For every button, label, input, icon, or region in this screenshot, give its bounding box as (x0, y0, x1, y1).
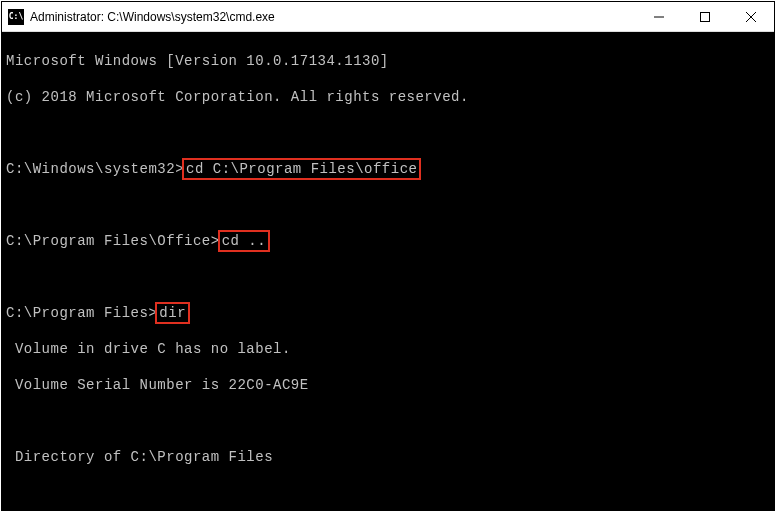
output-line: Directory of C:\Program Files (6, 448, 770, 466)
blank-line (6, 196, 770, 214)
prompt-text: C:\Program Files\Office> (6, 233, 220, 249)
close-icon (746, 12, 756, 22)
prompt-line: C:\Program Files\Office>cd .. (6, 232, 770, 250)
svg-rect-1 (701, 12, 710, 21)
highlighted-command: cd .. (218, 230, 271, 252)
prompt-line: C:\Program Files>dir (6, 304, 770, 322)
window-title: Administrator: C:\Windows\system32\cmd.e… (30, 10, 636, 24)
highlighted-command: dir (155, 302, 190, 324)
prompt-text: C:\Windows\system32> (6, 161, 184, 177)
header-line: Microsoft Windows [Version 10.0.17134.11… (6, 52, 770, 70)
terminal-output[interactable]: Microsoft Windows [Version 10.0.17134.11… (2, 32, 774, 510)
minimize-icon (654, 12, 664, 22)
close-button[interactable] (728, 2, 774, 31)
prompt-text: C:\Program Files> (6, 305, 157, 321)
maximize-button[interactable] (682, 2, 728, 31)
output-line: Volume Serial Number is 22C0-AC9E (6, 376, 770, 394)
titlebar[interactable]: C:\ Administrator: C:\Windows\system32\c… (2, 2, 774, 32)
cmd-icon: C:\ (8, 9, 24, 25)
blank-line (6, 124, 770, 142)
highlighted-command: cd C:\Program Files\office (182, 158, 421, 180)
window-controls (636, 2, 774, 31)
blank-line (6, 484, 770, 502)
blank-line (6, 412, 770, 430)
minimize-button[interactable] (636, 2, 682, 31)
maximize-icon (700, 12, 710, 22)
output-line: Volume in drive C has no label. (6, 340, 770, 358)
header-line: (c) 2018 Microsoft Corporation. All righ… (6, 88, 770, 106)
prompt-line: C:\Windows\system32>cd C:\Program Files\… (6, 160, 770, 178)
blank-line (6, 268, 770, 286)
cmd-window: C:\ Administrator: C:\Windows\system32\c… (1, 1, 775, 511)
